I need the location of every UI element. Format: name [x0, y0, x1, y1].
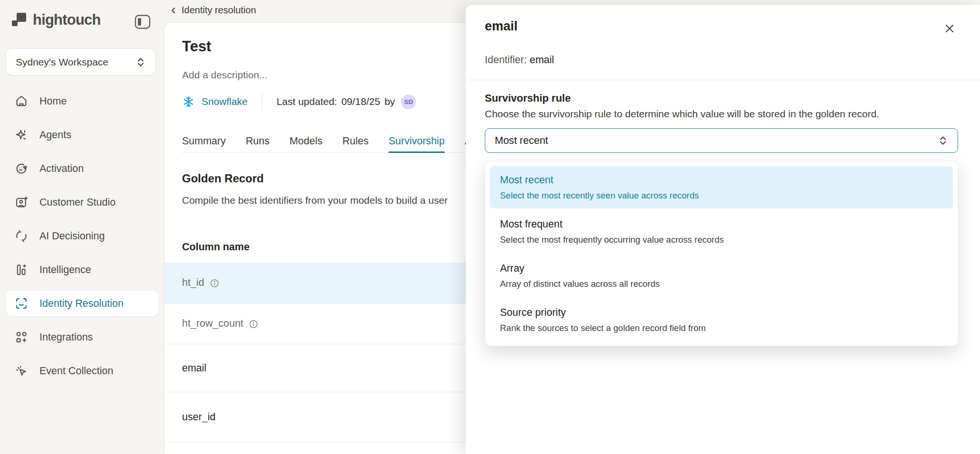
select-value: Most recent	[495, 135, 548, 147]
sidebar-item-label: Event Collection	[39, 365, 113, 377]
sidebar-item-label: Identity Resolution	[39, 298, 124, 310]
option-description: Select the most recently seen value acro…	[500, 190, 943, 201]
intelligence-icon	[14, 263, 29, 277]
section-title: Golden Record	[182, 172, 264, 185]
collapse-sidebar-icon	[135, 14, 151, 29]
chevron-left-icon	[169, 6, 178, 15]
identifier-value: email	[529, 54, 554, 66]
sidebar-item-identity-resolution[interactable]: Identity Resolution	[6, 291, 158, 316]
identity-resolution-icon	[14, 296, 29, 311]
section-description: Compile the best identifiers from your m…	[182, 195, 448, 206]
activation-icon	[14, 161, 29, 176]
sidebar: hightouch Sydney's Workspace Home	[0, 0, 164, 454]
sidebar-item-label: Intelligence	[39, 264, 91, 276]
tab-summary[interactable]: Summary	[182, 130, 226, 152]
option-description: Array of distinct values across all reco…	[500, 278, 943, 290]
sidebar-item-agents[interactable]: Agents	[6, 122, 158, 148]
info-icon[interactable]	[249, 319, 259, 329]
collapse-sidebar-button[interactable]	[135, 14, 151, 29]
logo-text: hightouch	[33, 11, 101, 28]
sidebar-item-integrations[interactable]: Integrations	[6, 324, 158, 350]
info-icon[interactable]	[210, 278, 220, 288]
identifier-drawer: email Identifier: email Survivorship rul…	[466, 5, 980, 454]
tab-models[interactable]: Models	[289, 130, 322, 152]
sidebar-item-label: Agents	[39, 129, 71, 141]
option-source-priority[interactable]: Source priority Rank the sources to sele…	[490, 299, 953, 341]
row-label: ht_row_count	[182, 318, 243, 330]
logo: hightouch	[10, 11, 101, 28]
option-most-recent[interactable]: Most recent Select the most recently see…	[490, 166, 953, 208]
option-title: Most recent	[500, 173, 943, 187]
row-label: user_id	[182, 411, 216, 423]
close-icon	[943, 22, 958, 35]
sidebar-item-customer-studio[interactable]: Customer Studio	[6, 189, 158, 215]
last-updated-by: by	[384, 96, 395, 107]
option-title: Array	[500, 262, 943, 275]
column-header: Column name	[182, 241, 250, 253]
integrations-icon	[14, 330, 29, 344]
identifier-line: Identifier: email	[485, 54, 554, 66]
drawer-title: email	[485, 19, 518, 34]
tab-rules[interactable]: Rules	[343, 130, 369, 152]
select-dropdown-menu: Most recent Select the most recently see…	[485, 161, 958, 346]
customer-studio-icon	[14, 195, 29, 209]
meta-row: Snowflake Last updated: 09/18/25 by SD	[182, 91, 416, 112]
rule-label: Survivorship rule	[485, 92, 571, 104]
hightouch-logo-icon	[10, 11, 28, 28]
divider	[466, 80, 980, 80]
tab-runs[interactable]: Runs	[246, 130, 269, 152]
sidebar-item-label: AI Decisioning	[39, 230, 105, 242]
last-updated: Last updated: 09/18/25 by SD	[277, 95, 416, 109]
sidebar-item-activation[interactable]: Activation	[6, 156, 158, 181]
sidebar-nav: Home Agents Activation Customer Studio	[6, 88, 158, 384]
breadcrumb-label: Identity resolution	[182, 5, 256, 16]
sidebar-item-home[interactable]: Home	[6, 88, 158, 114]
ai-decisioning-icon	[14, 229, 29, 243]
sidebar-item-label: Activation	[39, 163, 84, 175]
description-placeholder[interactable]: Add a description...	[182, 69, 268, 81]
survivorship-rule-select[interactable]: Most recent	[485, 128, 958, 153]
close-button[interactable]	[943, 21, 958, 36]
agents-icon	[14, 128, 29, 142]
event-collection-icon	[14, 364, 29, 378]
workspace-label: Sydney's Workspace	[16, 57, 108, 68]
rule-description: Choose the survivorship rule to determin…	[485, 108, 879, 120]
option-title: Source priority	[500, 306, 943, 319]
source-name: Snowflake	[202, 96, 248, 107]
last-updated-label: Last updated:	[277, 96, 337, 107]
sidebar-item-label: Home	[39, 95, 67, 107]
source-link[interactable]: Snowflake	[182, 95, 248, 108]
option-array[interactable]: Array Array of distinct values across al…	[490, 255, 953, 297]
app-window: hightouch Sydney's Workspace Home	[0, 0, 980, 454]
sidebar-item-intelligence[interactable]: Intelligence	[6, 257, 158, 283]
sidebar-item-label: Integrations	[39, 331, 93, 343]
meta-divider	[262, 92, 262, 112]
page-title: Test	[182, 38, 211, 55]
chevron-up-down-icon	[938, 134, 948, 147]
sidebar-item-ai-decisioning[interactable]: AI Decisioning	[6, 223, 158, 249]
row-label: ht_id	[182, 277, 204, 289]
avatar: SD	[401, 95, 416, 109]
last-updated-date: 09/18/25	[341, 96, 380, 107]
chevron-up-down-icon	[135, 57, 146, 68]
snowflake-icon	[182, 95, 195, 108]
sidebar-item-label: Customer Studio	[39, 197, 115, 208]
identifier-label: Identifier:	[485, 54, 527, 66]
option-title: Most frequent	[500, 218, 943, 231]
row-label: email	[182, 362, 206, 374]
breadcrumb[interactable]: Identity resolution	[169, 5, 256, 16]
workspace-selector[interactable]: Sydney's Workspace	[6, 48, 156, 76]
sidebar-item-event-collection[interactable]: Event Collection	[6, 358, 158, 384]
tab-survivorship[interactable]: Survivorship	[388, 130, 444, 152]
option-description: Rank the sources to select a golden reco…	[500, 322, 943, 334]
option-description: Select the most frequently occurring val…	[500, 234, 943, 246]
option-most-frequent[interactable]: Most frequent Select the most frequently…	[490, 210, 953, 253]
home-icon	[14, 94, 29, 108]
